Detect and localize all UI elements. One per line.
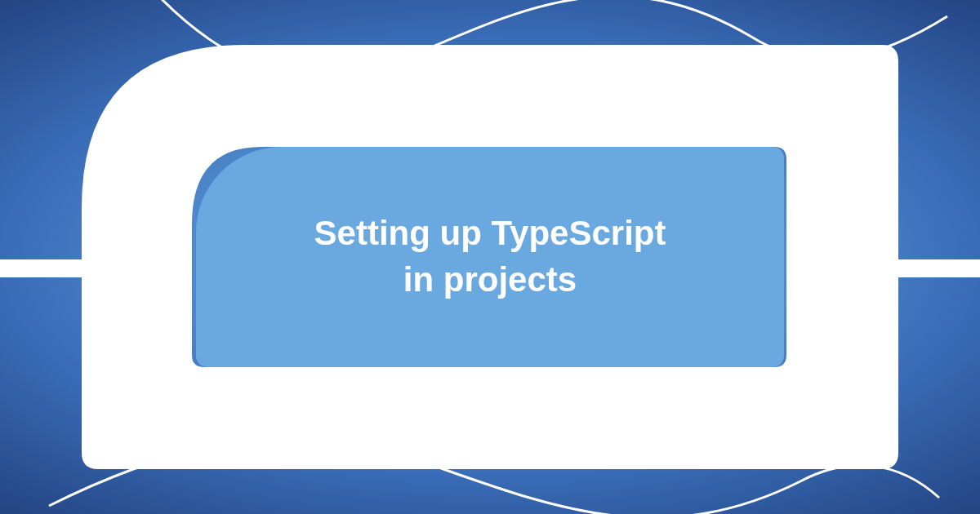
title-line-1: Setting up TypeScript: [314, 214, 666, 252]
title-line-2: in projects: [403, 260, 577, 299]
horizontal-accent-left: [0, 259, 82, 277]
card-title: Setting up TypeScript in projects: [282, 210, 699, 303]
title-panel: Setting up TypeScript in projects: [196, 147, 784, 367]
horizontal-accent-right: [898, 259, 980, 277]
